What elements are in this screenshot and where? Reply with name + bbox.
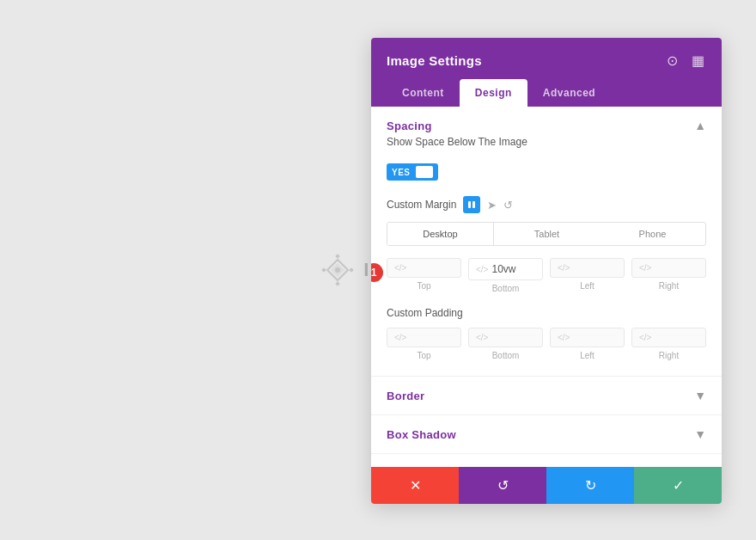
panel-title-icons: ⊙ ▦ [663, 52, 706, 69]
panel-header: Image Settings ⊙ ▦ Content Design Advanc… [371, 38, 722, 107]
margin-left-label: Left [550, 281, 625, 291]
padding-top-input[interactable]: </> [387, 328, 461, 347]
show-space-label: Show Space Below The Image [387, 136, 527, 148]
border-chevron-icon: ▼ [694, 389, 706, 402]
svg-rect-7 [468, 201, 471, 208]
device-tab-tablet[interactable]: Tablet [494, 223, 600, 245]
box-shadow-chevron-icon: ▼ [694, 427, 706, 441]
code-icon-p1: </> [394, 333, 406, 342]
device-tabs: Desktop Tablet Phone [387, 222, 706, 246]
margin-bottom-label: Bottom [468, 284, 543, 293]
padding-left-label: Left [550, 351, 625, 360]
spacing-section-header[interactable]: Spacing ▲ [371, 107, 722, 136]
device-tab-phone[interactable]: Phone [600, 223, 705, 245]
filters-section-header[interactable]: Filters ▼ [371, 454, 722, 467]
save-button[interactable]: ✓ [634, 467, 722, 504]
columns-icon[interactable]: ▦ [689, 52, 706, 69]
toggle-yes-label: YES [392, 168, 411, 177]
margin-bottom-value: 10vw [491, 263, 535, 275]
code-icon-p3: </> [558, 333, 570, 342]
border-section-header[interactable]: Border ▼ [371, 377, 722, 414]
box-shadow-section-header[interactable]: Box Shadow ▼ [371, 415, 722, 453]
svg-point-6 [335, 267, 340, 273]
padding-top-col: </> Top [387, 328, 461, 360]
settings-icon[interactable]: ⊙ [663, 52, 680, 69]
spacing-section-content: Show Space Below The Image YES Custom Ma… [371, 136, 722, 376]
svg-rect-2 [349, 267, 354, 273]
border-section: Border ▼ [371, 377, 722, 415]
custom-margin-label: Custom Margin [387, 199, 456, 211]
margin-inputs: </> Top </> 10vw Bottom [387, 258, 706, 293]
box-shadow-section-title: Box Shadow [387, 428, 456, 441]
margin-top-col: </> Top [387, 258, 461, 293]
toggle-switch[interactable]: YES [387, 163, 438, 181]
code-icon-4: </> [639, 263, 651, 273]
margin-left-input[interactable]: </> [550, 258, 625, 278]
inner-logo-icon [320, 253, 355, 287]
tab-advanced[interactable]: Advanced [527, 79, 611, 107]
code-icon: </> [394, 263, 406, 273]
custom-margin-label-row: Custom Margin ➤ ↺ [387, 196, 706, 213]
spacing-chevron-icon: ▲ [694, 119, 706, 132]
cursor-icon[interactable]: ➤ [487, 199, 497, 212]
border-section-title: Border [387, 390, 424, 402]
redo-button[interactable]: ↻ [546, 467, 634, 504]
margin-bottom-input[interactable]: </> 10vw [468, 258, 543, 280]
margin-right-label: Right [631, 281, 706, 291]
reset-margin-icon[interactable]: ↺ [503, 199, 513, 212]
padding-bottom-col: </> Bottom [468, 328, 543, 360]
code-icon-p4: </> [639, 333, 651, 342]
cancel-button[interactable]: ✕ [371, 467, 459, 504]
toggle-row: YES [387, 163, 706, 181]
tabs: Content Design Advanced [387, 79, 706, 107]
tab-content[interactable]: Content [387, 79, 460, 107]
badge-number: 1 [371, 263, 383, 282]
device-tab-desktop[interactable]: Desktop [387, 223, 494, 245]
padding-right-label: Right [631, 351, 706, 360]
padding-bottom-input[interactable]: </> [468, 328, 543, 347]
panel-title-row: Image Settings ⊙ ▦ [387, 52, 706, 69]
image-settings-panel: Image Settings ⊙ ▦ Content Design Advanc… [371, 38, 722, 504]
reset-button[interactable]: ↺ [459, 467, 546, 504]
svg-rect-0 [335, 254, 340, 259]
padding-bottom-label: Bottom [468, 351, 543, 360]
margin-top-input[interactable]: </> [387, 258, 461, 278]
padding-inputs: </> Top </> Bottom </> Left [387, 328, 706, 360]
margin-left-col: </> Left [550, 258, 625, 293]
margin-right-input[interactable]: </> [631, 258, 706, 278]
svg-rect-1 [321, 267, 326, 273]
custom-padding-label: Custom Padding [387, 307, 463, 319]
toggle-knob [416, 166, 433, 178]
svg-rect-3 [335, 281, 340, 286]
panel-body: Spacing ▲ Show Space Below The Image YES… [371, 107, 722, 467]
margin-right-col: </> Right [631, 258, 706, 293]
spacing-section-title: Spacing [387, 120, 432, 132]
code-icon-2: </> [476, 265, 488, 274]
code-icon-3: </> [558, 263, 570, 273]
margin-bottom-col: </> 10vw Bottom [468, 258, 543, 293]
filters-section: Filters ▼ [371, 454, 722, 467]
box-shadow-section: Box Shadow ▼ [371, 415, 722, 454]
panel-footer: ✕ ↺ ↻ ✓ [371, 467, 722, 504]
margin-top-label: Top [387, 281, 461, 291]
padding-right-input[interactable]: </> [631, 328, 706, 347]
panel-title: Image Settings [387, 53, 482, 68]
show-space-row: Show Space Below The Image [387, 136, 706, 148]
padding-left-col: </> Left [550, 328, 625, 360]
svg-rect-8 [472, 201, 475, 208]
padding-right-col: </> Right [631, 328, 706, 360]
link-icon-btn[interactable] [463, 196, 480, 213]
code-icon-p2: </> [476, 333, 488, 342]
custom-padding-label-row: Custom Padding [387, 307, 706, 319]
padding-left-input[interactable]: </> [550, 328, 625, 347]
tab-design[interactable]: Design [460, 79, 527, 107]
padding-top-label: Top [387, 351, 461, 360]
spacing-section: Spacing ▲ Show Space Below The Image YES… [371, 107, 722, 377]
